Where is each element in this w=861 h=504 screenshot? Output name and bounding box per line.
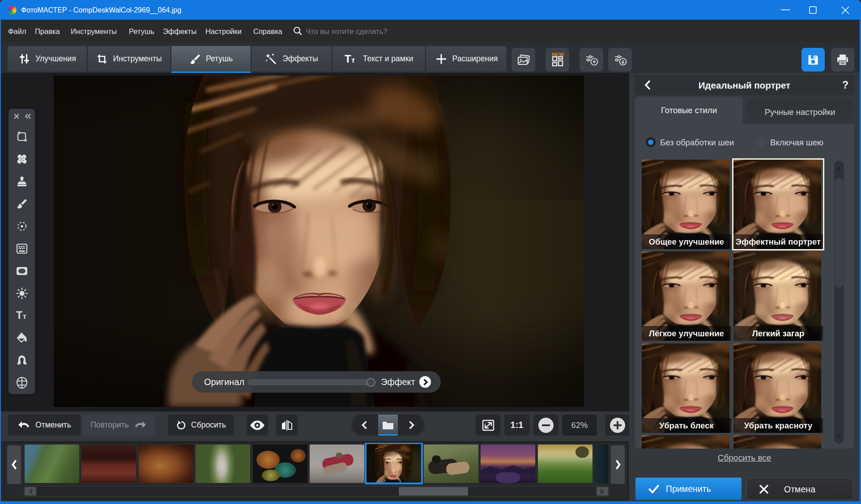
svg-text:т: т bbox=[351, 56, 355, 64]
svg-text:T: T bbox=[345, 53, 351, 65]
svg-text:NEW: NEW bbox=[552, 53, 564, 57]
svg-text:т: т bbox=[23, 313, 26, 320]
svg-text:T: T bbox=[16, 309, 22, 321]
